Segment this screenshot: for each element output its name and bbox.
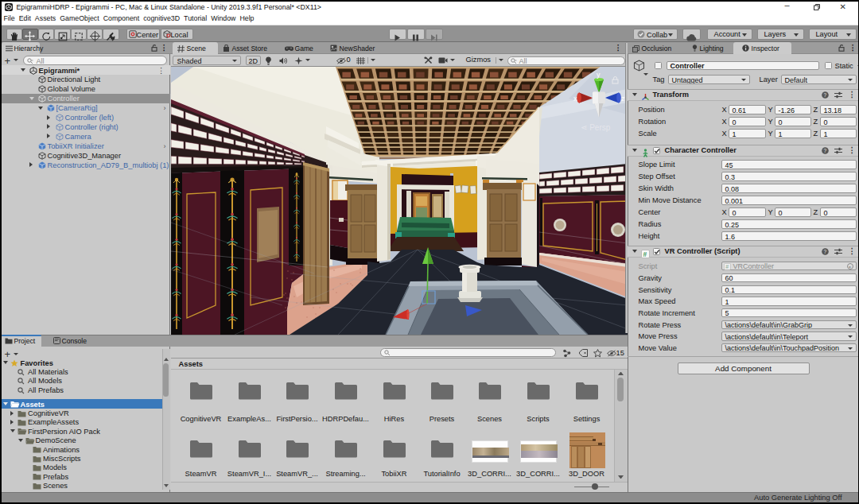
svg-text:y: y — [597, 71, 601, 79]
svg-text:#: # — [725, 264, 729, 269]
svg-text:?: ? — [823, 249, 826, 254]
svg-text:x: x — [573, 95, 577, 103]
svg-text:#: # — [643, 250, 647, 258]
svg-text:?: ? — [823, 92, 826, 98]
svg-text:?: ? — [823, 148, 826, 153]
svg-text:⋖ Persp: ⋖ Persp — [581, 123, 611, 132]
